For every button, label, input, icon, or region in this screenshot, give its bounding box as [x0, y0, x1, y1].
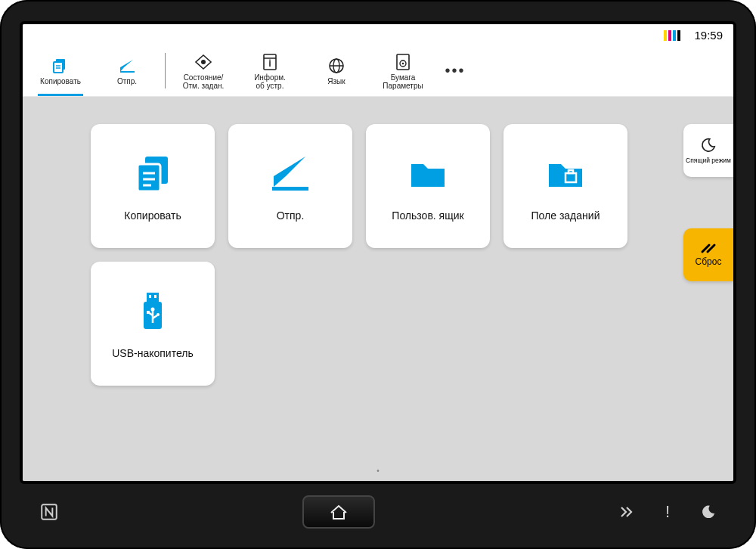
svg-point-14 — [402, 62, 404, 64]
svg-point-4 — [201, 60, 206, 64]
moon-icon — [700, 137, 717, 154]
svg-rect-24 — [149, 295, 151, 298]
svg-rect-29 — [147, 311, 150, 314]
tile-usb-drive-label: USB-накопитель — [112, 347, 193, 359]
send-icon — [268, 150, 313, 196]
svg-rect-12 — [397, 54, 409, 70]
toner-cyan — [673, 30, 676, 41]
svg-rect-16 — [138, 164, 160, 191]
toner-level-indicator — [664, 29, 680, 41]
tile-copy-label: Копировать — [124, 209, 181, 222]
copy-icon — [130, 150, 175, 196]
tile-send-label: Отпр. — [277, 209, 305, 222]
svg-rect-1 — [54, 62, 63, 73]
toolbar-copy[interactable]: Копировать — [27, 45, 94, 96]
nfc-icon — [39, 502, 59, 522]
usb-icon — [130, 288, 175, 333]
svg-rect-23 — [147, 293, 159, 302]
toolbar-send[interactable]: Отпр. — [94, 45, 160, 96]
svg-rect-25 — [154, 295, 156, 298]
app-grid: Копировать Отпр. Пользов. ящик — [91, 124, 635, 386]
toolbar-paper-settings-label: Бумага Параметры — [383, 73, 423, 90]
tile-user-box-label: Пользов. ящик — [392, 209, 463, 222]
svg-point-8 — [269, 59, 271, 60]
status-icon — [194, 52, 213, 72]
svg-point-30 — [156, 313, 160, 316]
touchscreen: 19:59 Копировать Отпр. Сост — [20, 21, 736, 484]
reset-button-label: Сброс — [696, 256, 722, 267]
tile-user-box[interactable]: Пользов. ящик — [366, 124, 490, 248]
copy-icon — [51, 56, 70, 76]
device-frame: 19:59 Копировать Отпр. Сост — [0, 0, 756, 549]
toolbar-language[interactable]: Язык — [303, 45, 370, 96]
folder-job-icon — [543, 150, 588, 196]
home-screen: Копировать Отпр. Пользов. ящик — [23, 97, 733, 481]
device-info-icon — [260, 52, 280, 72]
toner-magenta — [668, 30, 671, 41]
tile-job-box[interactable]: Поле заданий — [503, 124, 627, 248]
reset-button[interactable]: Сброс — [683, 228, 733, 281]
send-icon — [117, 56, 137, 76]
hardware-button-bar: ! — [20, 484, 736, 540]
more-icon: ••• — [445, 62, 465, 79]
toolbar-language-label: Язык — [327, 77, 345, 85]
toolbar-status[interactable]: Состояние/ Отм. задан. — [170, 45, 237, 96]
toner-yellow — [664, 30, 667, 41]
sleep-button-label: Спящий режим — [686, 157, 731, 164]
home-icon — [329, 504, 349, 520]
hardware-forward-button[interactable] — [618, 504, 635, 520]
svg-point-27 — [151, 308, 155, 312]
toolbar-copy-label: Копировать — [40, 77, 81, 85]
status-bar: 19:59 — [23, 24, 733, 45]
toolbar-more[interactable]: ••• — [436, 45, 474, 96]
hardware-sleep-button[interactable] — [700, 504, 717, 520]
toner-black — [677, 30, 680, 41]
tile-copy[interactable]: Копировать — [91, 124, 215, 248]
toolbar-device-info-label: Информ. об устр. — [254, 73, 286, 90]
page-indicator: • — [23, 467, 733, 475]
toolbar-status-label: Состояние/ Отм. задан. — [183, 73, 225, 90]
hardware-home-button[interactable] — [302, 495, 375, 529]
reset-icon — [700, 243, 717, 255]
toolbar-device-info[interactable]: Информ. об устр. — [237, 45, 303, 96]
folder-icon — [405, 150, 451, 196]
tile-usb-drive[interactable]: USB-накопитель — [91, 262, 215, 386]
toolbar-separator — [165, 53, 166, 88]
toolbar-paper-settings[interactable]: Бумага Параметры — [370, 45, 436, 96]
toolbar-send-label: Отпр. — [117, 77, 137, 85]
tile-send[interactable]: Отпр. — [228, 124, 352, 248]
clock: 19:59 — [694, 29, 723, 42]
hardware-alert-indicator: ! — [665, 502, 670, 522]
toolbar: Копировать Отпр. Состояние/ Отм. задан. — [23, 45, 733, 97]
language-icon — [327, 56, 346, 76]
sleep-button[interactable]: Спящий режим — [683, 124, 733, 177]
paper-settings-icon — [393, 52, 413, 72]
tile-job-box-label: Поле заданий — [531, 209, 600, 222]
svg-rect-20 — [272, 187, 308, 191]
